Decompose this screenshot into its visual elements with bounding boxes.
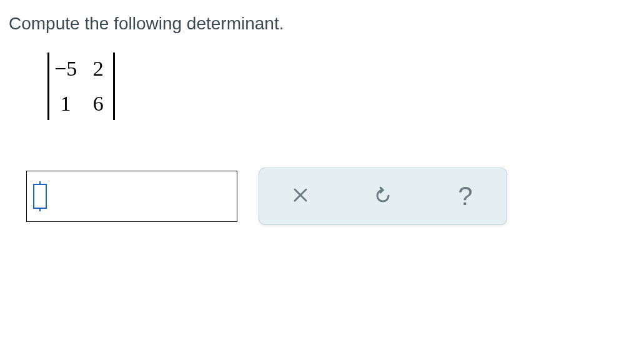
matrix-grid: −5 2 1 6 [49,53,113,119]
matrix-cell-r1c1: −5 [54,57,77,81]
help-button[interactable]: ? [450,181,481,212]
help-icon: ? [458,181,472,211]
matrix-cell-r1c2: 2 [88,57,108,81]
undo-icon [374,186,392,207]
question-prompt: Compute the following determinant. [9,14,284,34]
undo-button[interactable] [367,181,399,212]
action-toolbar: ? [259,168,507,225]
answer-input[interactable] [33,184,47,209]
determinant-expression: −5 2 1 6 [47,53,115,120]
det-bar-right [113,53,115,120]
clear-button[interactable] [285,181,316,212]
matrix-cell-r2c1: 1 [54,92,77,116]
matrix-cell-r2c2: 6 [88,92,108,116]
close-icon [292,186,309,206]
answer-input-container[interactable] [26,171,237,222]
